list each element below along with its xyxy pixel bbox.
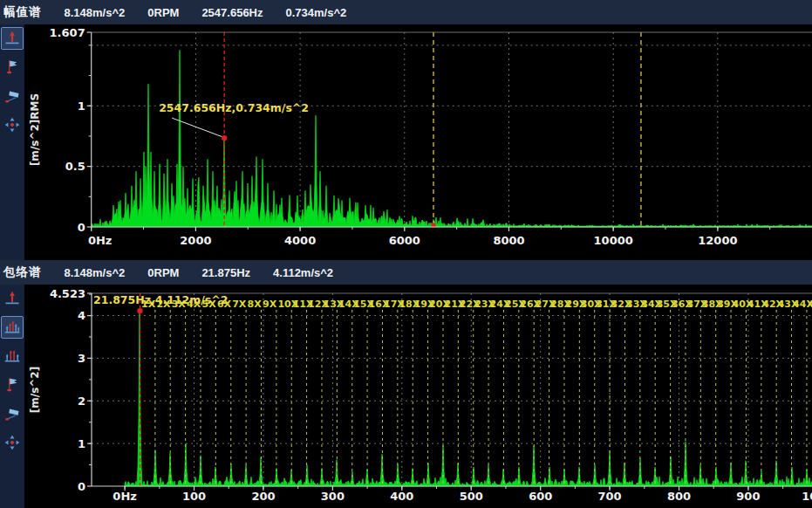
- svg-text:6000: 6000: [389, 234, 420, 247]
- band-marker-lines[interactable]: [431, 32, 640, 228]
- svg-text:0: 0: [78, 480, 85, 493]
- svg-text:300: 300: [321, 490, 345, 503]
- tool-flag-marker[interactable]: [1, 56, 24, 79]
- cursor-point: [137, 308, 142, 313]
- harmonic-cursor-icon: [3, 319, 21, 336]
- svg-text:9X: 9X: [263, 299, 277, 310]
- tool-flag-marker[interactable]: [1, 374, 24, 396]
- svg-text:1: 1: [78, 100, 85, 113]
- envelope-spectrum-body: 1X2X3X4X5X6X7X8X9X10X11X12X13X14X15X16X1…: [0, 285, 812, 508]
- amplitude-spectrum-header: 幅值谱 8.148m/s^2 0RPM 2547.656Hz 0.734m/s^…: [0, 0, 812, 24]
- sideband-cursor-icon: [3, 347, 21, 365]
- stat-overall-rms: 8.148m/s^2: [65, 266, 126, 279]
- vibration-analysis-app: 幅值谱 8.148m/s^2 0RPM 2547.656Hz 0.734m/s^…: [0, 0, 812, 508]
- amplitude-spectrum-chart[interactable]: 0Hz2000400060008000100001200000.511.607[…: [24, 24, 812, 260]
- svg-text:10000: 10000: [594, 234, 633, 247]
- spectrum-trace: [92, 50, 812, 227]
- svg-text:800: 800: [667, 490, 691, 503]
- stat-cursor-amp: 4.112m/s^2: [273, 266, 333, 279]
- tool-report-flag[interactable]: [1, 402, 24, 425]
- svg-text:2000: 2000: [180, 234, 211, 247]
- svg-text:4000: 4000: [284, 234, 316, 247]
- chart-toolbar: [0, 24, 24, 260]
- y-tick-labels: 012344.523: [50, 287, 85, 493]
- svg-text:7X: 7X: [232, 299, 247, 310]
- stat-cursor-amp: 0.734m/s^2: [286, 6, 347, 19]
- single-cursor-icon: [3, 30, 21, 47]
- panel-title: 幅值谱: [3, 4, 42, 20]
- y-axis-title: [m/s^2]RMS: [29, 93, 41, 166]
- x-tick-labels: 0Hz1002003004005006007008009001000: [113, 490, 812, 503]
- svg-text:700: 700: [598, 490, 622, 503]
- chart-toolbar: [0, 285, 24, 508]
- y-axis-title: [m/s^2]: [29, 367, 41, 413]
- tool-single-cursor[interactable]: [1, 27, 24, 50]
- tool-single-cursor[interactable]: [1, 287, 24, 310]
- stat-cursor-freq: 21.875Hz: [201, 266, 250, 279]
- flag-marker-icon: [3, 376, 21, 394]
- amplitude-spectrum-body: 0Hz2000400060008000100001200000.511.607[…: [0, 24, 812, 260]
- svg-text:8000: 8000: [493, 234, 524, 247]
- svg-text:0: 0: [78, 221, 85, 234]
- single-cursor-icon: [3, 290, 21, 307]
- svg-text:1.607: 1.607: [50, 26, 85, 39]
- harmonic-order-labels: 1X2X3X4X5X6X7X8X9X10X11X12X13X14X15X16X1…: [141, 299, 812, 310]
- svg-text:0Hz: 0Hz: [113, 490, 137, 503]
- svg-text:4: 4: [78, 309, 85, 322]
- svg-text:1000: 1000: [802, 490, 812, 503]
- tool-sideband-cursor[interactable]: [1, 345, 24, 367]
- svg-text:12000: 12000: [698, 234, 737, 247]
- svg-text:200: 200: [251, 490, 275, 503]
- svg-text:1: 1: [78, 437, 85, 450]
- spectrum-trace: [125, 309, 812, 486]
- flag-marker-icon: [3, 58, 21, 76]
- envelope-spectrum-chart[interactable]: 1X2X3X4X5X6X7X8X9X10X11X12X13X14X15X16X1…: [24, 285, 812, 508]
- amplitude-spectrum-panel: 幅值谱 8.148m/s^2 0RPM 2547.656Hz 0.734m/s^…: [0, 0, 812, 260]
- pan-icon: [3, 116, 21, 134]
- stat-cursor-freq: 2547.656Hz: [201, 6, 263, 19]
- envelope-spectrum-header: 包络谱 8.148m/s^2 0RPM 21.875Hz 4.112m/s^2: [0, 260, 812, 285]
- svg-text:45X: 45X: [808, 299, 812, 310]
- x-tick-labels: 0Hz20004000600080001000012000: [88, 234, 738, 247]
- svg-text:21.875Hz,4.112m/s^2: 21.875Hz,4.112m/s^2: [93, 293, 228, 306]
- stat-rpm: 0RPM: [147, 266, 179, 279]
- envelope-spectrum-panel: 包络谱 8.148m/s^2 0RPM 21.875Hz 4.112m/s^2 …: [0, 260, 812, 508]
- svg-text:0Hz: 0Hz: [88, 234, 113, 247]
- stat-overall-rms: 8.148m/s^2: [65, 6, 126, 19]
- stat-rpm: 0RPM: [147, 6, 179, 19]
- cursor-annotation: 21.875Hz,4.112m/s^2: [93, 293, 228, 313]
- svg-text:500: 500: [460, 490, 483, 503]
- harmonic-cursor-lines[interactable]: [140, 293, 806, 486]
- tool-pan[interactable]: [1, 431, 24, 454]
- cursor-annotation: 2547.656Hz,0.734m/s^2: [159, 101, 309, 141]
- svg-text:2: 2: [78, 395, 85, 408]
- svg-text:8X: 8X: [248, 299, 263, 310]
- report-flag-icon: [3, 87, 21, 105]
- svg-text:0.5: 0.5: [65, 160, 85, 173]
- pan-icon: [3, 434, 21, 451]
- panel-title: 包络谱: [3, 264, 42, 280]
- svg-text:100: 100: [182, 490, 206, 503]
- svg-text:600: 600: [529, 490, 552, 503]
- svg-text:3: 3: [78, 352, 85, 365]
- svg-text:900: 900: [736, 490, 760, 503]
- gridlines: [92, 293, 812, 486]
- svg-text:4.523: 4.523: [50, 287, 85, 300]
- cursor-point: [222, 135, 227, 141]
- tool-report-flag[interactable]: [1, 85, 24, 107]
- y-tick-labels: 00.511.607: [50, 26, 85, 234]
- axes: [87, 293, 812, 491]
- svg-text:400: 400: [390, 490, 413, 503]
- tool-pan[interactable]: [1, 113, 24, 136]
- report-flag-icon: [3, 405, 21, 422]
- svg-text:2547.656Hz,0.734m/s^2: 2547.656Hz,0.734m/s^2: [159, 101, 309, 114]
- tool-harmonic-cursor[interactable]: [1, 316, 24, 339]
